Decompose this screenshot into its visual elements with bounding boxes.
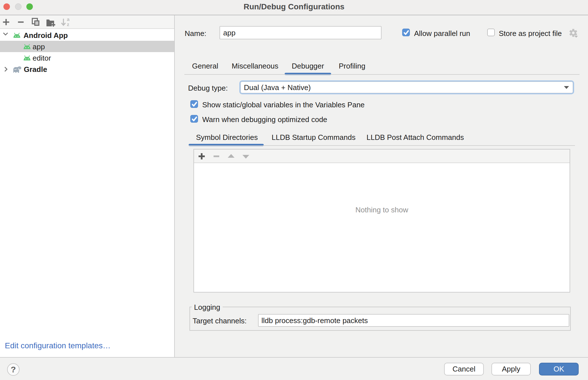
svg-text:a: a xyxy=(67,17,70,22)
svg-text:z: z xyxy=(67,22,69,27)
